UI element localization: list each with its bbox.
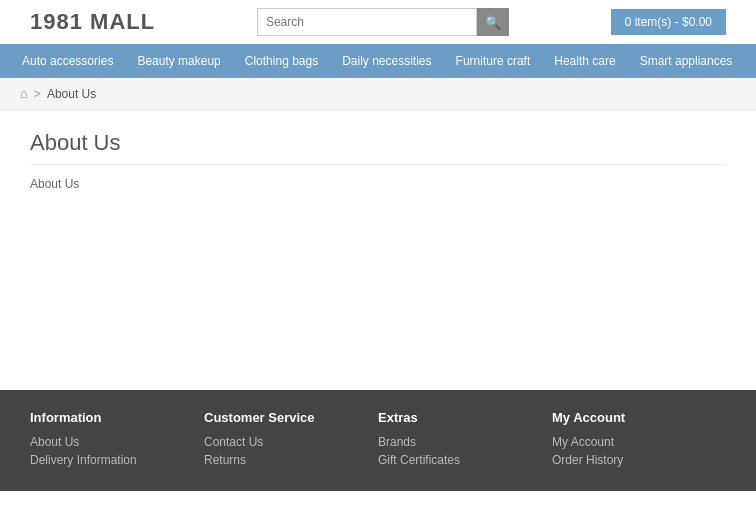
- footer-col-information: Information About Us Delivery Informatio…: [30, 410, 204, 471]
- nav-item-furniture-craft[interactable]: Furniture craft: [444, 44, 543, 78]
- nav-item-clothing-bags[interactable]: Clothing bags: [233, 44, 330, 78]
- nav-item-auto-accessories[interactable]: Auto accessories: [10, 44, 125, 78]
- logo: 1981 MALL: [30, 9, 155, 35]
- main-content: About Us About Us: [0, 110, 756, 390]
- cart-button[interactable]: 0 item(s) - $0.00: [611, 9, 726, 35]
- footer-col-extras-heading: Extras: [378, 410, 532, 425]
- footer-col-extras: Extras Brands Gift Certificates: [378, 410, 552, 471]
- footer-col-customer-service: Customer Service Contact Us Returns: [204, 410, 378, 471]
- breadcrumb-home-icon[interactable]: ⌂: [20, 86, 28, 101]
- footer-link-my-account[interactable]: My Account: [552, 435, 706, 449]
- search-input[interactable]: [257, 8, 477, 36]
- search-bar: 🔍: [257, 8, 509, 36]
- nav-item-beauty-makeup[interactable]: Beauty makeup: [125, 44, 232, 78]
- footer: Information About Us Delivery Informatio…: [0, 390, 756, 491]
- footer-link-about-us[interactable]: About Us: [30, 435, 184, 449]
- breadcrumb: ⌂ > About Us: [0, 78, 756, 110]
- footer-col-customer-service-heading: Customer Service: [204, 410, 358, 425]
- footer-link-returns[interactable]: Returns: [204, 453, 358, 467]
- main-nav: Auto accessories Beauty makeup Clothing …: [0, 44, 756, 78]
- nav-item-health-care[interactable]: Health care: [542, 44, 627, 78]
- page-subtitle: About Us: [30, 177, 726, 191]
- footer-link-brands[interactable]: Brands: [378, 435, 532, 449]
- footer-col-my-account: My Account My Account Order History: [552, 410, 726, 471]
- footer-columns: Information About Us Delivery Informatio…: [30, 410, 726, 471]
- page-title: About Us: [30, 130, 726, 165]
- header: 1981 MALL 🔍 0 item(s) - $0.00: [0, 0, 756, 44]
- breadcrumb-separator: >: [34, 87, 41, 101]
- search-button[interactable]: 🔍: [477, 8, 509, 36]
- footer-link-gift-certificates[interactable]: Gift Certificates: [378, 453, 532, 467]
- breadcrumb-current: About Us: [47, 87, 96, 101]
- footer-col-my-account-heading: My Account: [552, 410, 706, 425]
- footer-col-information-heading: Information: [30, 410, 184, 425]
- footer-link-order-history[interactable]: Order History: [552, 453, 706, 467]
- nav-item-smart-appliances[interactable]: Smart appliances: [628, 44, 745, 78]
- footer-link-delivery-info[interactable]: Delivery Information: [30, 453, 184, 467]
- footer-link-contact-us[interactable]: Contact Us: [204, 435, 358, 449]
- nav-item-daily-necessities[interactable]: Daily necessities: [330, 44, 443, 78]
